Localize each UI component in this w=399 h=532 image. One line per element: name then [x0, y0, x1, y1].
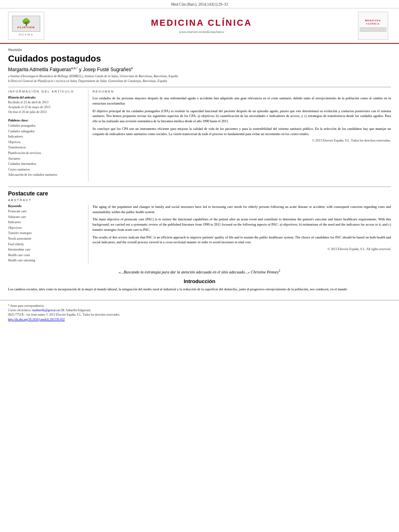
footer-corresponding: * Autor para correspondencia.: [8, 304, 391, 308]
email-label: Correo electrónico:: [8, 308, 31, 312]
resumen-copyright: © 2013 Elsevier España, S.L. Todos los d…: [93, 139, 391, 142]
resumen-para1: Los cuidados de las personas mayores des…: [93, 96, 391, 106]
right-logo-lines: [360, 27, 387, 32]
abstract-para2: The main objective of postacute care (PA…: [93, 217, 391, 232]
right-logo-area: MEDICINACLÍNICA: [355, 12, 391, 40]
footer-email: Correo electrónico: madmetlla@gencat.cat…: [8, 308, 391, 312]
keyword-es-item: Cuidados postagudos: [8, 123, 84, 129]
author-2-sup: b: [131, 66, 133, 70]
resumen-title: RESUMEN: [93, 90, 391, 93]
online-text: On-line el 26 de julio de 2013: [8, 110, 84, 115]
abstract-para3: The results of this review indicate that…: [93, 235, 391, 245]
left-column: INFORMACIÓN DEL ARTÍCULO Historia del ar…: [8, 90, 88, 182]
aceptado-text: Aceptado el 23 de mayo de 2013: [8, 105, 84, 110]
keyword-en-item: Transfer strategies: [8, 230, 84, 236]
right-column: RESUMEN Los cuidados de las personas may…: [93, 90, 391, 182]
author-2-name: Josep Fusté Sugrañes: [83, 67, 131, 72]
author-1-sup: a,b,*: [71, 66, 78, 70]
tree-icon: 🌳: [22, 18, 31, 26]
authors-and: y: [78, 67, 83, 72]
keywords-en-list: Postacute careSubacute careIndicatorsObj…: [8, 209, 84, 263]
introduccion-section: Introducción Los cambios sociales, tales…: [8, 278, 391, 292]
keyword-en-item: Indicators: [8, 220, 84, 225]
email-name: (M. Admetlla Falgueras).: [61, 308, 91, 312]
quote-content: «...Buscando la estrategia para dar la a…: [119, 270, 280, 274]
keyword-en-item: Subacute care: [8, 214, 84, 220]
resumen-para2: El objetivo principal de los cuidados po…: [93, 109, 391, 124]
top-citation-bar: Med Clin (Barc). 2014;143(1):29–33: [0, 0, 399, 8]
keyword-en-item: Frail elderly: [8, 242, 84, 247]
abstract-para1: The aging of the population and changes …: [93, 204, 391, 215]
journal-header: 🌳 ELSEVIER DOYMA MEDICINA CLÍNICA www.el…: [0, 8, 399, 44]
introduccion-text: Los cambios sociales, tales como la inco…: [8, 287, 391, 292]
right-col-english: The aging of the population and changes …: [93, 204, 391, 263]
section-label: Revisión: [8, 48, 391, 52]
two-col-layout: INFORMACIÓN DEL ARTÍCULO Historia del ar…: [8, 90, 391, 182]
abstract-label: ABSTRACT: [8, 198, 391, 202]
email-link[interactable]: madmetlla@gencat.cat: [32, 308, 60, 312]
author-1-name: Margarita Admetlla Falgueras: [8, 67, 71, 72]
footer-doi: http://dx.doi.org/10.1016/j.medcli.2013.…: [8, 317, 391, 322]
keyword-es-item: Indicadores: [8, 134, 84, 140]
two-col-english: Keywords: Postacute careSubacute careInd…: [8, 204, 391, 263]
article-title: Cuidados postagudos: [8, 53, 391, 64]
info-articulo-block: INFORMACIÓN DEL ARTÍCULO Historia del ar…: [8, 90, 84, 115]
keywords-es-list: Cuidados postagudosCuidados subagudosInd…: [8, 123, 84, 178]
journal-title-area: MEDICINA CLÍNICA www.elsevier.es/medicin…: [48, 12, 355, 40]
doi-link[interactable]: http://dx.doi.org/10.1016/j.medcli.2013.…: [8, 318, 65, 321]
palabras-clave-label: Palabras clave:: [8, 119, 84, 122]
logo-line-4: [360, 31, 387, 32]
logo-line-1: [360, 27, 387, 28]
recibido-text: Recibido el 23 de abril de 2013: [8, 100, 84, 105]
quote-sup: 1: [279, 269, 280, 273]
keyword-en-item: Needs assessment: [8, 236, 84, 242]
postacute-title: Postacute care: [8, 190, 391, 197]
page: Med Clin (Barc). 2014;143(1):29–33 🌳 ELS…: [0, 0, 399, 532]
issn-text: 0025-7753/$: [8, 313, 23, 316]
keyword-es-item: Costes sanitarios: [8, 167, 84, 173]
elsevier-brand: ELSEVIER: [17, 26, 35, 29]
keyword-en-item: Objectives: [8, 225, 84, 231]
journal-title: MEDICINA CLÍNICA: [151, 18, 252, 28]
quote-section: «...Buscando la estrategia para dar la a…: [8, 269, 391, 274]
historia-label: Historia del artículo:: [8, 96, 84, 99]
elsevier-logo-container: 🌳 ELSEVIER DOYMA: [8, 12, 44, 40]
keyword-es-item: Transferencia: [8, 145, 84, 150]
affiliations: a Institut d'Investigació Biomèdica de B…: [8, 74, 391, 84]
affiliation-b: b Direcció General de Planificació i rec…: [8, 79, 391, 84]
footer-issn: 0025-7753/$ – see front matter © 2013 El…: [8, 312, 391, 317]
keyword-en-item: Postacute care: [8, 209, 84, 214]
content-area: Revisión Cuidados postagudos Margarita A…: [0, 44, 399, 292]
logo-line-3: [360, 30, 387, 31]
left-col-english: Keywords: Postacute careSubacute careInd…: [8, 204, 88, 263]
keyword-es-item: Cuidados subagudos: [8, 129, 84, 134]
journal-url: www.elsevier.es/medicinaclinica: [179, 30, 224, 34]
logo-line-2: [360, 29, 387, 29]
doyma-text: DOYMA: [19, 33, 33, 36]
keyword-en-item: Intermediate care: [8, 247, 84, 253]
keyword-en-item: Health care rationing: [8, 258, 84, 263]
keyword-es-item: Adecuación de los cuidados sanitarios: [8, 172, 84, 178]
keyword-es-item: Ancianos: [8, 156, 84, 162]
abstract-copyright: © 2013 Elsevier España, S.L. All rights …: [93, 247, 391, 251]
keyword-es-item: Objetivos: [8, 140, 84, 145]
affiliation-a: a Institut d'Investigació Biomèdica de B…: [8, 74, 391, 79]
corresponding-label: * Autor para correspondencia.: [8, 304, 44, 308]
english-section: Postacute care ABSTRACT Keywords: Postac…: [8, 187, 391, 263]
citation-text: Med Clin (Barc). 2014;143(1):29–33: [171, 2, 228, 6]
authors-line: Margarita Admetlla Falguerasa,b,* y Jose…: [8, 66, 391, 72]
right-logo-title: MEDICINACLÍNICA: [365, 19, 381, 26]
resumen-para3: Se concluye que los CPA son un instrumen…: [93, 126, 391, 137]
elsevier-logo: 🌳 ELSEVIER: [12, 16, 40, 32]
quote-text: «...Buscando la estrategia para dar la a…: [32, 269, 367, 274]
footer-area: * Autor para correspondencia. Correo ele…: [0, 300, 399, 325]
palabras-clave-block: Palabras clave: Cuidados postagudosCuida…: [8, 119, 84, 178]
keywords-en-label: Keywords:: [8, 204, 84, 208]
keyword-en-item: Health care costs: [8, 253, 84, 258]
info-section-title: INFORMACIÓN DEL ARTÍCULO: [8, 90, 84, 93]
keyword-es-item: Planificación de servicios: [8, 150, 84, 156]
divider-1: [8, 87, 391, 87]
keyword-es-item: Cuidados intermedios: [8, 161, 84, 167]
see-front-text: – see front matter © 2013 Elsevier Españ…: [24, 313, 120, 316]
right-logo-box: MEDICINACLÍNICA: [358, 12, 388, 40]
